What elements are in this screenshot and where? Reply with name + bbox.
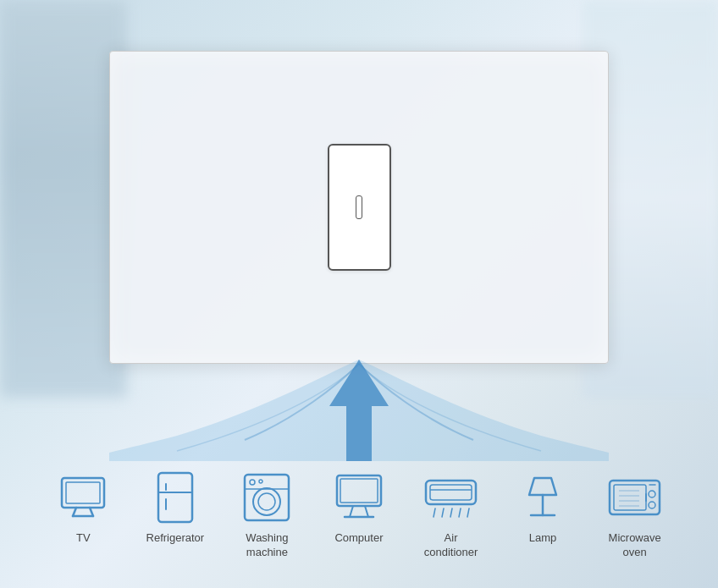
svg-line-25 xyxy=(442,508,444,517)
air-conditioner-icon-wrap xyxy=(423,470,478,525)
svg-rect-2 xyxy=(66,482,100,503)
microwave-oven-icon xyxy=(607,475,662,519)
icon-item-computer[interactable]: Computer xyxy=(317,470,401,546)
arrow-section xyxy=(109,360,609,461)
svg-line-26 xyxy=(450,508,452,517)
svg-point-36 xyxy=(649,502,655,508)
svg-rect-17 xyxy=(340,479,378,503)
washing-machine-icon-wrap xyxy=(240,470,295,525)
tv-icon-wrap xyxy=(56,470,111,525)
svg-rect-21 xyxy=(426,481,476,504)
svg-line-19 xyxy=(365,506,368,517)
svg-rect-6 xyxy=(158,473,192,522)
svg-rect-10 xyxy=(245,475,289,520)
lamp-icon-wrap xyxy=(516,470,571,525)
lamp-icon xyxy=(521,471,565,524)
microwave-oven-icon-wrap xyxy=(607,470,662,525)
refrigerator-icon-wrap xyxy=(147,470,202,525)
lamp-label: Lamp xyxy=(529,531,557,546)
tv-label: TV xyxy=(76,531,91,546)
icon-item-microwave-oven[interactable]: Microwave oven xyxy=(593,470,677,560)
light-switch[interactable] xyxy=(328,144,391,271)
svg-line-3 xyxy=(73,508,76,516)
tv-icon xyxy=(58,474,108,520)
switch-panel xyxy=(109,51,609,364)
refrigerator-label: Refrigerator xyxy=(146,531,205,546)
svg-point-35 xyxy=(649,491,655,497)
svg-line-18 xyxy=(350,506,353,517)
appliance-icons-row: TV Refrigerator xyxy=(20,461,698,569)
main-container: TV Refrigerator xyxy=(0,0,718,588)
svg-point-14 xyxy=(259,480,262,483)
computer-icon-wrap xyxy=(331,470,386,525)
icon-item-tv[interactable]: TV xyxy=(41,470,125,546)
svg-line-28 xyxy=(467,508,469,517)
wave-arrow-svg xyxy=(109,360,609,461)
svg-line-4 xyxy=(90,508,93,516)
washing-machine-label: Washing machine xyxy=(246,531,288,560)
washing-machine-icon xyxy=(242,472,291,523)
icon-item-washing-machine[interactable]: Washing machine xyxy=(224,470,309,560)
svg-point-11 xyxy=(253,488,280,515)
computer-icon xyxy=(333,473,385,522)
computer-label: Computer xyxy=(334,531,383,546)
svg-line-24 xyxy=(434,508,435,517)
svg-point-13 xyxy=(250,480,255,485)
svg-rect-22 xyxy=(430,485,472,500)
svg-point-12 xyxy=(258,493,275,510)
icon-item-refrigerator[interactable]: Refrigerator xyxy=(133,470,218,546)
svg-line-27 xyxy=(459,508,461,517)
icon-item-air-conditioner[interactable]: Air conditioner xyxy=(409,470,494,560)
air-conditioner-label: Air conditioner xyxy=(424,531,478,560)
switch-indicator xyxy=(356,195,362,219)
refrigerator-icon xyxy=(154,471,196,524)
microwave-oven-label: Microwave oven xyxy=(609,531,661,560)
air-conditioner-icon xyxy=(423,476,478,519)
svg-rect-16 xyxy=(337,475,381,506)
icon-item-lamp[interactable]: Lamp xyxy=(500,470,585,546)
